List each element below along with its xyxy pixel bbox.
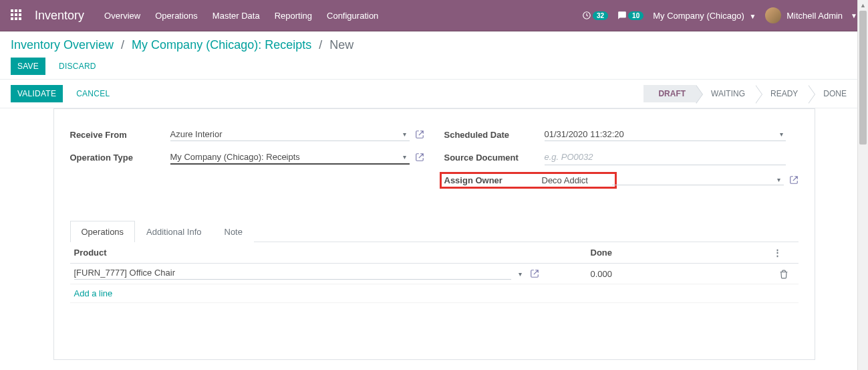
status-step-ready[interactable]: READY xyxy=(756,85,809,102)
external-link-icon[interactable] xyxy=(415,130,424,140)
user-name-label: Mitchell Admin xyxy=(786,11,843,21)
apps-icon[interactable] xyxy=(11,9,23,21)
source-document-label: Source Document xyxy=(444,153,545,163)
trash-icon xyxy=(779,270,788,279)
status-step-waiting[interactable]: WAITING xyxy=(696,85,756,102)
assign-owner-label: Assign Owner xyxy=(444,175,542,185)
operation-type-label: Operation Type xyxy=(70,153,170,163)
source-document-input[interactable] xyxy=(545,151,786,163)
nav-master-data[interactable]: Master Data xyxy=(212,11,260,21)
status-bar: VALIDATE CANCEL DRAFT WAITING READY DONE xyxy=(0,80,868,108)
status-step-done[interactable]: DONE xyxy=(809,85,857,102)
scrollbar-thumb[interactable] xyxy=(859,11,867,145)
source-document-field[interactable] xyxy=(545,149,786,165)
done-cell[interactable]: 0.000 xyxy=(543,264,616,284)
save-button[interactable]: SAVE xyxy=(11,58,45,75)
clock-icon xyxy=(582,11,591,20)
activity-badge: 32 xyxy=(593,11,608,20)
highlighted-assign-owner: Assign Owner Deco Addict xyxy=(440,172,617,189)
operation-type-field[interactable]: My Company (Chicago): Receipts ▾ xyxy=(170,151,410,164)
product-cell-value[interactable]: [FURN_7777] Office Chair xyxy=(74,268,512,280)
company-label: My Company (Chicago) xyxy=(653,11,744,21)
scroll-up-arrow-icon[interactable]: ▲ xyxy=(858,0,868,11)
assign-owner-value-preview: Deco Addict xyxy=(542,175,612,185)
chevron-down-icon: ▼ xyxy=(851,12,857,19)
scheduled-date-field[interactable]: 01/31/2020 11:32:20 ▾ xyxy=(545,128,786,141)
breadcrumb: Inventory Overview / My Company (Chicago… xyxy=(11,38,857,52)
tab-note[interactable]: Note xyxy=(213,221,254,242)
nav-menu: Overview Operations Master Data Reportin… xyxy=(104,11,582,21)
operation-type-value: My Company (Chicago): Receipts xyxy=(170,152,400,162)
status-steps: DRAFT WAITING READY DONE xyxy=(643,85,857,102)
operations-table: Product Done ⋮ [FURN_7777] Office Chair … xyxy=(70,242,799,343)
messaging-indicator[interactable]: 10 xyxy=(617,11,643,20)
delete-row-button[interactable] xyxy=(769,264,799,284)
chevron-down-icon[interactable]: ▾ xyxy=(774,176,784,183)
col-done: Done xyxy=(543,242,616,264)
nav-reporting[interactable]: Reporting xyxy=(275,11,312,21)
tab-operations[interactable]: Operations xyxy=(70,221,136,242)
company-switcher[interactable]: My Company (Chicago) ▼ xyxy=(653,11,756,21)
chevron-down-icon[interactable]: ▾ xyxy=(776,130,786,138)
breadcrumb-link-1[interactable]: My Company (Chicago): Receipts xyxy=(132,38,311,52)
external-link-icon[interactable] xyxy=(530,269,539,279)
chevron-down-icon[interactable]: ▾ xyxy=(400,153,410,161)
scheduled-date-value: 01/31/2020 11:32:20 xyxy=(545,129,777,139)
breadcrumb-link-0[interactable]: Inventory Overview xyxy=(11,38,114,52)
message-badge: 10 xyxy=(628,11,643,20)
assign-owner-field[interactable]: ▾ xyxy=(612,175,784,185)
receive-from-label: Receive From xyxy=(70,130,170,140)
chat-icon xyxy=(617,11,627,20)
control-panel: Inventory Overview / My Company (Chicago… xyxy=(0,31,868,80)
app-brand[interactable]: Inventory xyxy=(35,9,84,23)
chevron-down-icon[interactable]: ▾ xyxy=(515,270,525,278)
avatar xyxy=(765,7,781,23)
col-product: Product xyxy=(70,242,544,264)
notebook-tabs: Operations Additional Info Note xyxy=(70,220,799,242)
user-menu[interactable]: Mitchell Admin ▼ xyxy=(765,7,857,23)
tab-additional-info[interactable]: Additional Info xyxy=(135,221,212,242)
add-line-button[interactable]: Add a line xyxy=(70,284,799,303)
nav-overview[interactable]: Overview xyxy=(104,11,140,21)
cancel-button[interactable]: CANCEL xyxy=(69,85,116,102)
activity-indicator[interactable]: 32 xyxy=(582,11,608,20)
nav-operations[interactable]: Operations xyxy=(155,11,198,21)
nav-configuration[interactable]: Configuration xyxy=(327,11,378,21)
top-navbar: Inventory Overview Operations Master Dat… xyxy=(0,0,868,31)
receive-from-value: Azure Interior xyxy=(170,129,400,139)
discard-button[interactable]: DISCARD xyxy=(52,58,103,75)
validate-button[interactable]: VALIDATE xyxy=(11,85,63,102)
breadcrumb-current: New xyxy=(329,38,353,52)
scheduled-date-label: Scheduled Date xyxy=(444,130,545,140)
vertical-scrollbar[interactable]: ▲ xyxy=(857,0,868,370)
chevron-down-icon[interactable]: ▾ xyxy=(400,130,410,138)
table-row[interactable]: [FURN_7777] Office Chair ▾ 0.000 xyxy=(70,264,799,284)
status-step-draft[interactable]: DRAFT xyxy=(643,85,696,102)
chevron-down-icon: ▼ xyxy=(749,13,756,20)
external-link-icon[interactable] xyxy=(415,153,424,163)
receive-from-field[interactable]: Azure Interior ▾ xyxy=(170,128,410,141)
external-link-icon[interactable] xyxy=(789,175,799,185)
table-options-icon[interactable]: ⋮ xyxy=(769,242,799,264)
form-sheet: Receive From Azure Interior ▾ Operation … xyxy=(53,108,815,360)
